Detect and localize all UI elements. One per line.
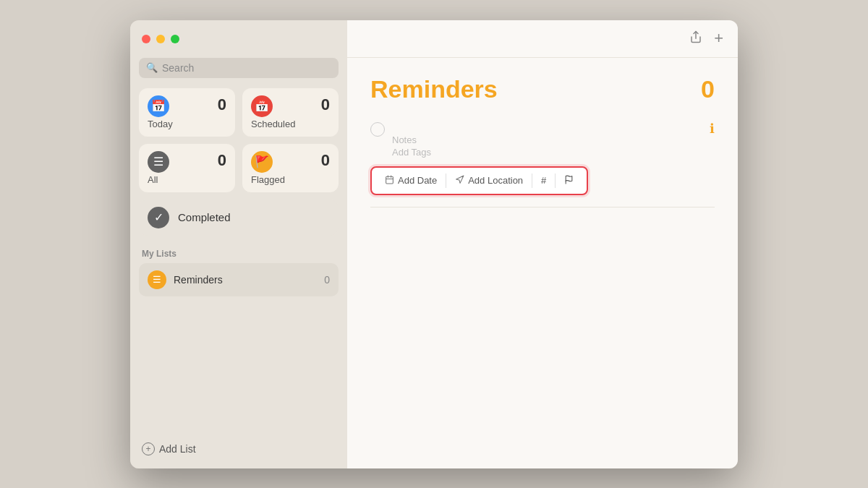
hashtag-label: # bbox=[541, 175, 546, 186]
svg-marker-5 bbox=[456, 176, 464, 183]
sidebar-item-scheduled[interactable]: 📅 0 Scheduled bbox=[242, 88, 339, 137]
tags-placeholder: Add Tags bbox=[392, 147, 702, 158]
all-icon: ☰ bbox=[148, 151, 169, 173]
action-bar-wrapper: Add Date Add Location # bbox=[370, 166, 588, 195]
sidebar-item-completed[interactable]: ✓ Completed bbox=[139, 200, 339, 236]
add-list-button[interactable]: + Add List bbox=[142, 442, 196, 455]
my-lists-header: My Lists bbox=[130, 243, 347, 263]
add-list-circle-icon: + bbox=[142, 442, 155, 455]
today-icon: 📅 bbox=[148, 95, 169, 117]
reminders-count: 0 bbox=[701, 75, 715, 103]
location-icon bbox=[455, 175, 464, 187]
add-location-button[interactable]: Add Location bbox=[449, 172, 529, 189]
completed-icon: ✓ bbox=[148, 207, 169, 228]
today-label: Today bbox=[148, 119, 226, 129]
sidebar-item-flagged[interactable]: 🚩 0 Flagged bbox=[242, 144, 339, 192]
reminder-title-input[interactable] bbox=[392, 121, 702, 133]
page-title: Reminders bbox=[370, 75, 498, 103]
list-icon: ☰ bbox=[148, 270, 166, 289]
add-date-button[interactable]: Add Date bbox=[379, 172, 443, 189]
flagged-label: Flagged bbox=[251, 174, 330, 185]
new-reminder-row: Notes Add Tags ℹ bbox=[370, 121, 715, 158]
main-body: Reminders 0 Notes Add Tags ℹ bbox=[347, 58, 738, 468]
smart-lists-grid: 📅 0 Today 📅 0 Scheduled ☰ 0 All bbox=[130, 88, 347, 192]
scheduled-icon: 📅 bbox=[251, 95, 273, 117]
flagged-icon: 🚩 bbox=[251, 151, 273, 173]
reminder-checkbox[interactable] bbox=[370, 122, 385, 137]
close-button[interactable] bbox=[142, 35, 150, 43]
main-content: + Reminders 0 Notes Add Tags ℹ bbox=[347, 20, 738, 468]
add-list-label: Add List bbox=[159, 443, 196, 455]
divider-1 bbox=[446, 174, 446, 188]
action-bar: Add Date Add Location # bbox=[370, 166, 588, 195]
today-count: 0 bbox=[218, 95, 226, 114]
reminder-input-area: Notes Add Tags bbox=[392, 121, 702, 158]
search-icon: 🔍 bbox=[146, 62, 158, 73]
hashtag-button[interactable]: # bbox=[535, 172, 552, 189]
sidebar-item-today[interactable]: 📅 0 Today bbox=[139, 88, 235, 137]
completed-label: Completed bbox=[178, 211, 231, 223]
share-icon[interactable] bbox=[689, 30, 702, 47]
add-location-label: Add Location bbox=[468, 175, 523, 186]
sidebar: 🔍 Search 📅 0 Today 📅 0 Scheduled bbox=[130, 20, 347, 468]
sidebar-item-all[interactable]: ☰ 0 All bbox=[139, 144, 235, 192]
divider-2 bbox=[532, 174, 532, 188]
all-count: 0 bbox=[218, 151, 226, 170]
scheduled-count: 0 bbox=[321, 95, 330, 114]
search-bar[interactable]: 🔍 Search bbox=[139, 58, 339, 78]
list-name: Reminders bbox=[174, 274, 317, 286]
titlebar bbox=[130, 20, 347, 58]
svg-rect-1 bbox=[386, 176, 393, 184]
notes-placeholder: Notes bbox=[392, 134, 702, 145]
all-label: All bbox=[148, 174, 226, 185]
flag-icon bbox=[564, 175, 574, 187]
add-reminder-icon[interactable]: + bbox=[714, 29, 723, 48]
reminders-header: Reminders 0 bbox=[370, 75, 715, 103]
fullscreen-button[interactable] bbox=[171, 35, 179, 43]
divider-3 bbox=[555, 174, 556, 188]
list-item-reminders[interactable]: ☰ Reminders 0 bbox=[139, 263, 339, 296]
minimize-button[interactable] bbox=[156, 35, 165, 43]
flag-button[interactable] bbox=[558, 172, 579, 189]
app-window: 🔍 Search 📅 0 Today 📅 0 Scheduled bbox=[130, 20, 738, 468]
flagged-count: 0 bbox=[321, 151, 330, 170]
info-icon[interactable]: ℹ bbox=[710, 121, 715, 137]
main-toolbar: + bbox=[347, 20, 738, 58]
add-date-label: Add Date bbox=[398, 175, 437, 186]
calendar-icon bbox=[385, 175, 394, 187]
separator-line bbox=[370, 207, 715, 207]
search-placeholder: Search bbox=[162, 62, 194, 74]
list-count: 0 bbox=[324, 274, 330, 286]
scheduled-label: Scheduled bbox=[251, 119, 330, 129]
